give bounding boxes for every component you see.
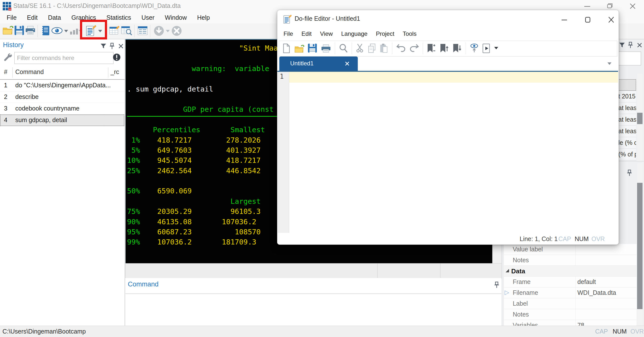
save-icon[interactable]: [14, 26, 24, 35]
close-button[interactable]: [606, 16, 616, 24]
history-row-number: 4: [4, 116, 8, 124]
undo-icon[interactable]: [396, 44, 406, 53]
history-row[interactable]: 1do "C:\Users\Dingeman\AppData...: [0, 80, 124, 91]
print-icon[interactable]: [25, 26, 36, 35]
redo-icon[interactable]: [409, 44, 419, 53]
data-editor-icon[interactable]: [109, 26, 120, 36]
dofile-menu-edit[interactable]: Edit: [297, 28, 316, 40]
copy-icon[interactable]: [368, 44, 376, 53]
scrollbar-thumb[interactable]: [637, 113, 642, 124]
close-button[interactable]: [628, 2, 638, 10]
variables-scrollbar[interactable]: [637, 74, 642, 161]
data-browser-icon[interactable]: [121, 26, 132, 36]
minimize-button[interactable]: [560, 16, 570, 24]
property-row[interactable]: Framedefault: [504, 276, 636, 288]
menu-data[interactable]: Data: [43, 12, 66, 24]
expanded-marker-icon[interactable]: [506, 269, 509, 272]
data-viewer-icon[interactable]: [51, 27, 63, 34]
tab-close-icon[interactable]: [344, 61, 350, 66]
close-icon[interactable]: [118, 43, 124, 49]
more-results-icon[interactable]: [154, 26, 164, 36]
results-text: 60687.23 108570: [140, 228, 260, 236]
filter-icon[interactable]: [619, 42, 625, 48]
dofile-menu-project[interactable]: Project: [372, 28, 398, 40]
working-directory: C:\Users\Dingeman\Bootcamp: [2, 328, 86, 335]
column-number[interactable]: #: [4, 68, 8, 76]
column-divider[interactable]: [108, 67, 108, 78]
variables-manager-icon[interactable]: [137, 26, 148, 36]
dofile-menu-language[interactable]: Language: [337, 28, 372, 40]
pin-icon[interactable]: [627, 42, 634, 48]
filter-options-icon[interactable]: [112, 53, 121, 62]
data-viewer-dropdown-icon[interactable]: [64, 30, 68, 32]
paste-icon[interactable]: [379, 44, 388, 53]
history-row[interactable]: 3codebook countryname: [0, 103, 124, 114]
property-row[interactable]: Value label: [504, 244, 636, 255]
new-file-icon[interactable]: [282, 44, 290, 53]
minimize-button[interactable]: [582, 2, 592, 10]
property-column-divider: [576, 309, 576, 320]
execute-dropdown-icon[interactable]: [494, 47, 498, 49]
menu-file[interactable]: File: [2, 12, 22, 24]
menu-window[interactable]: Window: [160, 12, 192, 24]
scrollbar-thumb[interactable]: [637, 183, 642, 309]
dofile-menu-tools[interactable]: Tools: [398, 28, 421, 40]
results-text: 649.7603 401.3927: [140, 146, 260, 154]
dofile-menu-file[interactable]: File: [279, 28, 297, 40]
history-row[interactable]: 2describe: [0, 91, 124, 103]
property-row[interactable]: Notes: [504, 309, 636, 320]
open-icon[interactable]: [2, 26, 14, 35]
results-line: 75% 20305.29 96105.3: [127, 207, 278, 217]
history-row[interactable]: 4sum gdpcap, detail: [0, 114, 124, 126]
property-row[interactable]: ▷FilenameWDI_Data.dta: [504, 288, 636, 298]
preview-icon[interactable]: [470, 44, 479, 53]
pin-icon[interactable]: [109, 43, 115, 50]
break-icon[interactable]: [171, 26, 182, 36]
property-row[interactable]: Notes: [504, 255, 636, 266]
results-text: 6590.069: [140, 187, 192, 195]
column-rc[interactable]: _rc: [110, 68, 119, 76]
menu-user[interactable]: User: [136, 12, 160, 24]
results-line: [127, 54, 278, 64]
history-filter-input[interactable]: [14, 52, 114, 64]
results-line: Percentiles Smallest: [127, 126, 278, 136]
column-command[interactable]: Command: [15, 68, 44, 76]
tab-list-dropdown-icon[interactable]: [608, 62, 612, 65]
filter-icon[interactable]: [100, 43, 106, 49]
tab-untitled1[interactable]: Untitled1: [279, 56, 358, 71]
next-bookmark-icon[interactable]: [452, 44, 461, 53]
restore-button[interactable]: [604, 2, 614, 10]
more-results-dropdown-icon[interactable]: [166, 30, 170, 32]
current-line-highlight[interactable]: [289, 72, 618, 83]
command-input[interactable]: [125, 294, 502, 326]
results-text: 90%: [127, 218, 140, 226]
previous-bookmark-icon[interactable]: [440, 44, 448, 53]
execute-do-icon[interactable]: [482, 44, 491, 53]
property-column-divider: [576, 288, 576, 298]
toolbar-divider: [38, 25, 38, 37]
maximize-button[interactable]: [583, 16, 593, 24]
graph-icon[interactable]: [70, 26, 78, 35]
menu-edit[interactable]: Edit: [22, 12, 43, 24]
close-icon[interactable]: [636, 42, 642, 48]
dofile-menu-view[interactable]: View: [316, 28, 337, 40]
column-divider[interactable]: [12, 67, 12, 78]
open-icon[interactable]: [294, 44, 305, 53]
menu-help[interactable]: Help: [192, 12, 215, 24]
pin-icon[interactable]: [626, 170, 633, 176]
collapsed-marker-icon[interactable]: ▷: [504, 289, 509, 296]
results-line: Largest: [127, 197, 278, 207]
log-icon[interactable]: [40, 26, 50, 36]
find-icon[interactable]: [339, 44, 348, 53]
cut-icon[interactable]: [356, 44, 364, 53]
property-row[interactable]: Label: [504, 298, 636, 309]
results-text: GDP per capita (const: [127, 105, 274, 114]
pin-icon[interactable]: [494, 282, 500, 288]
print-icon[interactable]: [321, 44, 331, 53]
properties-scrollbar[interactable]: [637, 163, 642, 326]
property-row[interactable]: Data: [504, 266, 636, 276]
toggle-bookmark-icon[interactable]: [426, 44, 436, 53]
caps-lock-indicator: CAP: [558, 235, 571, 242]
variable-label-fragment: at leas: [618, 104, 636, 112]
save-icon[interactable]: [308, 44, 317, 53]
